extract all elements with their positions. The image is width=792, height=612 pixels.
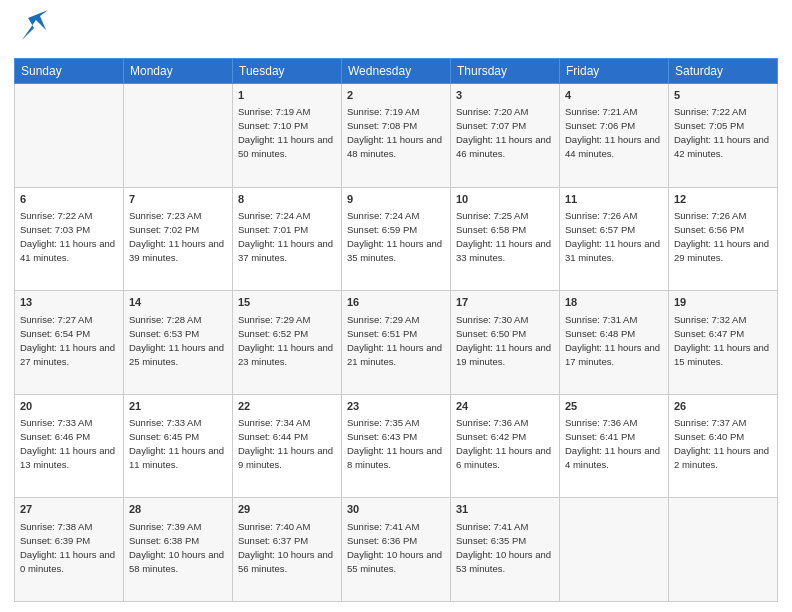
day-number: 13 — [20, 295, 118, 310]
sunset-info: Sunset: 6:37 PM — [238, 535, 308, 546]
sunrise-info: Sunrise: 7:29 AM — [238, 314, 310, 325]
daylight-info: Daylight: 11 hours and 25 minutes. — [129, 342, 224, 367]
day-number: 2 — [347, 88, 445, 103]
sunrise-info: Sunrise: 7:30 AM — [456, 314, 528, 325]
calendar-cell: 5Sunrise: 7:22 AMSunset: 7:05 PMDaylight… — [669, 84, 778, 188]
calendar-cell: 30Sunrise: 7:41 AMSunset: 6:36 PMDayligh… — [342, 498, 451, 602]
sunrise-info: Sunrise: 7:33 AM — [20, 417, 92, 428]
sunset-info: Sunset: 7:06 PM — [565, 120, 635, 131]
calendar-cell: 4Sunrise: 7:21 AMSunset: 7:06 PMDaylight… — [560, 84, 669, 188]
weekday-header-monday: Monday — [124, 59, 233, 84]
sunrise-info: Sunrise: 7:28 AM — [129, 314, 201, 325]
sunset-info: Sunset: 6:46 PM — [20, 431, 90, 442]
sunset-info: Sunset: 6:41 PM — [565, 431, 635, 442]
day-number: 31 — [456, 502, 554, 517]
daylight-info: Daylight: 11 hours and 0 minutes. — [20, 549, 115, 574]
calendar-cell: 6Sunrise: 7:22 AMSunset: 7:03 PMDaylight… — [15, 187, 124, 291]
calendar-cell: 14Sunrise: 7:28 AMSunset: 6:53 PMDayligh… — [124, 291, 233, 395]
calendar-cell: 31Sunrise: 7:41 AMSunset: 6:35 PMDayligh… — [451, 498, 560, 602]
calendar-week-5: 27Sunrise: 7:38 AMSunset: 6:39 PMDayligh… — [15, 498, 778, 602]
day-number: 19 — [674, 295, 772, 310]
calendar-week-3: 13Sunrise: 7:27 AMSunset: 6:54 PMDayligh… — [15, 291, 778, 395]
calendar-cell: 9Sunrise: 7:24 AMSunset: 6:59 PMDaylight… — [342, 187, 451, 291]
calendar-cell — [15, 84, 124, 188]
daylight-info: Daylight: 11 hours and 39 minutes. — [129, 238, 224, 263]
calendar-cell: 7Sunrise: 7:23 AMSunset: 7:02 PMDaylight… — [124, 187, 233, 291]
day-number: 6 — [20, 192, 118, 207]
daylight-info: Daylight: 11 hours and 2 minutes. — [674, 445, 769, 470]
sunrise-info: Sunrise: 7:36 AM — [565, 417, 637, 428]
day-number: 12 — [674, 192, 772, 207]
sunset-info: Sunset: 6:42 PM — [456, 431, 526, 442]
day-number: 21 — [129, 399, 227, 414]
daylight-info: Daylight: 11 hours and 42 minutes. — [674, 134, 769, 159]
sunset-info: Sunset: 6:45 PM — [129, 431, 199, 442]
svg-marker-0 — [22, 10, 48, 40]
daylight-info: Daylight: 11 hours and 8 minutes. — [347, 445, 442, 470]
daylight-info: Daylight: 11 hours and 48 minutes. — [347, 134, 442, 159]
sunset-info: Sunset: 7:10 PM — [238, 120, 308, 131]
sunset-info: Sunset: 6:38 PM — [129, 535, 199, 546]
sunrise-info: Sunrise: 7:27 AM — [20, 314, 92, 325]
sunset-info: Sunset: 6:50 PM — [456, 328, 526, 339]
sunset-info: Sunset: 7:07 PM — [456, 120, 526, 131]
weekday-header-sunday: Sunday — [15, 59, 124, 84]
daylight-info: Daylight: 11 hours and 29 minutes. — [674, 238, 769, 263]
sunset-info: Sunset: 6:51 PM — [347, 328, 417, 339]
daylight-info: Daylight: 11 hours and 23 minutes. — [238, 342, 333, 367]
calendar-cell: 13Sunrise: 7:27 AMSunset: 6:54 PMDayligh… — [15, 291, 124, 395]
sunrise-info: Sunrise: 7:26 AM — [565, 210, 637, 221]
day-number: 25 — [565, 399, 663, 414]
weekday-header-thursday: Thursday — [451, 59, 560, 84]
daylight-info: Daylight: 11 hours and 21 minutes. — [347, 342, 442, 367]
day-number: 10 — [456, 192, 554, 207]
calendar-cell: 26Sunrise: 7:37 AMSunset: 6:40 PMDayligh… — [669, 394, 778, 498]
sunset-info: Sunset: 6:39 PM — [20, 535, 90, 546]
calendar-cell: 1Sunrise: 7:19 AMSunset: 7:10 PMDaylight… — [233, 84, 342, 188]
daylight-info: Daylight: 11 hours and 15 minutes. — [674, 342, 769, 367]
sunrise-info: Sunrise: 7:34 AM — [238, 417, 310, 428]
day-number: 28 — [129, 502, 227, 517]
sunset-info: Sunset: 6:43 PM — [347, 431, 417, 442]
sunrise-info: Sunrise: 7:38 AM — [20, 521, 92, 532]
sunset-info: Sunset: 6:36 PM — [347, 535, 417, 546]
daylight-info: Daylight: 11 hours and 6 minutes. — [456, 445, 551, 470]
day-number: 5 — [674, 88, 772, 103]
sunrise-info: Sunrise: 7:41 AM — [347, 521, 419, 532]
header — [14, 10, 778, 50]
sunrise-info: Sunrise: 7:31 AM — [565, 314, 637, 325]
daylight-info: Daylight: 11 hours and 11 minutes. — [129, 445, 224, 470]
calendar-week-1: 1Sunrise: 7:19 AMSunset: 7:10 PMDaylight… — [15, 84, 778, 188]
daylight-info: Daylight: 10 hours and 53 minutes. — [456, 549, 551, 574]
calendar-cell: 19Sunrise: 7:32 AMSunset: 6:47 PMDayligh… — [669, 291, 778, 395]
calendar-cell: 12Sunrise: 7:26 AMSunset: 6:56 PMDayligh… — [669, 187, 778, 291]
weekday-header-friday: Friday — [560, 59, 669, 84]
sunrise-info: Sunrise: 7:19 AM — [347, 106, 419, 117]
sunset-info: Sunset: 6:53 PM — [129, 328, 199, 339]
day-number: 23 — [347, 399, 445, 414]
calendar-cell: 3Sunrise: 7:20 AMSunset: 7:07 PMDaylight… — [451, 84, 560, 188]
day-number: 22 — [238, 399, 336, 414]
calendar-week-2: 6Sunrise: 7:22 AMSunset: 7:03 PMDaylight… — [15, 187, 778, 291]
daylight-info: Daylight: 11 hours and 17 minutes. — [565, 342, 660, 367]
calendar-cell: 15Sunrise: 7:29 AMSunset: 6:52 PMDayligh… — [233, 291, 342, 395]
calendar-cell: 8Sunrise: 7:24 AMSunset: 7:01 PMDaylight… — [233, 187, 342, 291]
daylight-info: Daylight: 10 hours and 58 minutes. — [129, 549, 224, 574]
sunrise-info: Sunrise: 7:24 AM — [238, 210, 310, 221]
daylight-info: Daylight: 11 hours and 44 minutes. — [565, 134, 660, 159]
daylight-info: Daylight: 11 hours and 9 minutes. — [238, 445, 333, 470]
day-number: 7 — [129, 192, 227, 207]
sunset-info: Sunset: 6:57 PM — [565, 224, 635, 235]
sunrise-info: Sunrise: 7:24 AM — [347, 210, 419, 221]
sunrise-info: Sunrise: 7:23 AM — [129, 210, 201, 221]
daylight-info: Daylight: 10 hours and 56 minutes. — [238, 549, 333, 574]
page: SundayMondayTuesdayWednesdayThursdayFrid… — [0, 0, 792, 612]
sunrise-info: Sunrise: 7:20 AM — [456, 106, 528, 117]
day-number: 8 — [238, 192, 336, 207]
day-number: 26 — [674, 399, 772, 414]
sunset-info: Sunset: 6:40 PM — [674, 431, 744, 442]
calendar-cell: 28Sunrise: 7:39 AMSunset: 6:38 PMDayligh… — [124, 498, 233, 602]
calendar-cell — [669, 498, 778, 602]
weekday-header-saturday: Saturday — [669, 59, 778, 84]
day-number: 11 — [565, 192, 663, 207]
